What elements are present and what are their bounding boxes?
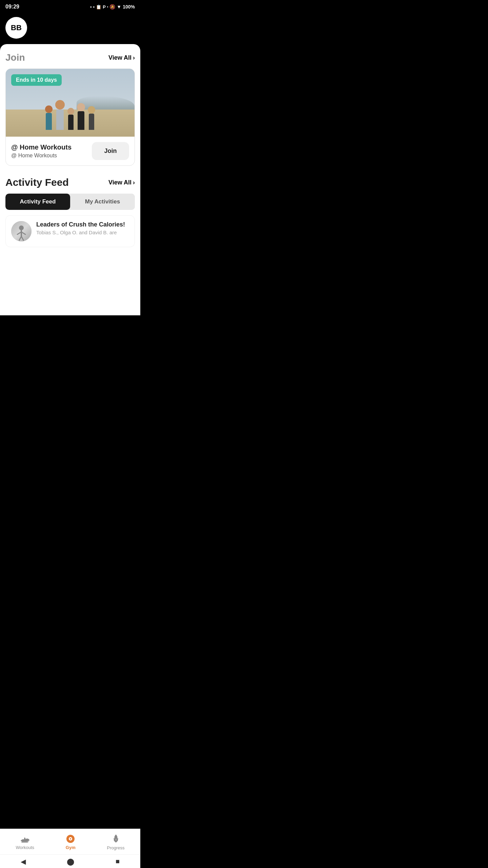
svg-line-4 [19, 236, 21, 241]
activity-avatar-inner [11, 221, 32, 241]
status-bar: 09:29 ▪ ▪ 📋 P • 🔕 ▼ 100% [0, 0, 140, 14]
join-view-all-button[interactable]: View All › [108, 54, 135, 61]
figure-1 [45, 105, 53, 130]
avatar[interactable]: BB [5, 17, 27, 39]
figure-4 [77, 103, 85, 130]
top-header: BB [0, 14, 140, 44]
ends-badge: Ends in 10 days [11, 74, 62, 86]
join-card-title: @ Home Workouts [11, 143, 88, 151]
join-section-title: Join [5, 52, 25, 63]
join-card-info: @ Home Workouts @ Home Workouts [11, 143, 88, 159]
status-time: 09:29 [5, 4, 19, 10]
join-card-subtitle: @ Home Workouts [11, 153, 88, 159]
wifi-icon: ▼ [117, 4, 121, 9]
mute-icon: 🔕 [109, 4, 115, 9]
sim-icon: ▪ [90, 4, 92, 9]
activity-avatar [11, 221, 32, 241]
join-card-image: Ends in 10 days [6, 69, 135, 137]
tab-activity-feed[interactable]: Activity Feed [5, 194, 70, 210]
join-view-all-chevron-icon: › [133, 54, 135, 61]
activity-avatar-svg [13, 224, 30, 241]
figure-5 [88, 106, 95, 130]
battery-icon: 100% [123, 4, 135, 9]
activity-feed-section-header: Activity Feed View All › [5, 177, 135, 188]
join-card-body: @ Home Workouts @ Home Workouts Join [6, 137, 135, 165]
activity-feed-item-title: Leaders of Crush the Calories! [36, 221, 129, 228]
clipboard-icon: 📋 [96, 4, 101, 9]
parking-icon: P [103, 4, 106, 9]
activity-view-all-button[interactable]: View All › [108, 179, 135, 186]
join-button[interactable]: Join [92, 142, 129, 160]
activity-info: Leaders of Crush the Calories! Tobias S.… [36, 221, 129, 235]
activity-feed-section: Activity Feed View All › Activity Feed M… [5, 177, 135, 247]
svg-point-0 [19, 225, 24, 230]
figure-2 [55, 100, 65, 130]
join-card: Ends in 10 days @ Home Workouts @ Home W… [5, 68, 135, 166]
tab-my-activities[interactable]: My Activities [70, 194, 135, 210]
dot-icon: • [107, 5, 108, 9]
figure-3 [67, 108, 74, 130]
scene-figures [6, 100, 135, 130]
svg-line-5 [21, 236, 24, 241]
sim2-icon: ▪ [93, 4, 95, 9]
activity-tabs: Activity Feed My Activities [5, 194, 135, 210]
activity-feed-title: Activity Feed [5, 177, 69, 188]
join-section-header: Join View All › [5, 52, 135, 63]
activity-view-all-chevron-icon: › [133, 179, 135, 186]
main-content: Join View All › [0, 44, 140, 315]
activity-feed-item-subtitle: Tobias S., Olga O. and David B. are [36, 230, 129, 235]
status-icons: ▪ ▪ 📋 P • 🔕 ▼ 100% [90, 4, 135, 9]
activity-feed-card[interactable]: Leaders of Crush the Calories! Tobias S.… [5, 215, 135, 247]
